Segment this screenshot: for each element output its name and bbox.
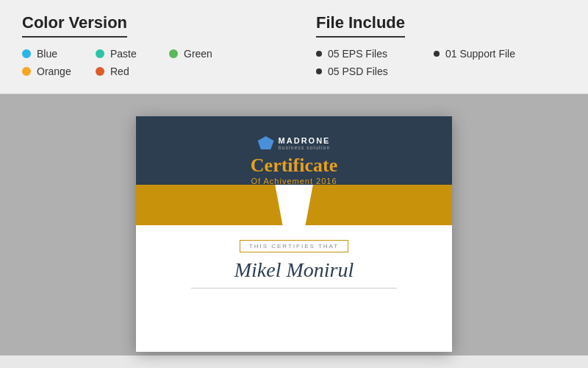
color-grid: Blue Paste Green Orange Red <box>22 48 272 77</box>
color-label-red: Red <box>110 66 129 77</box>
color-item-paste: Paste <box>96 48 169 60</box>
file-item-eps: 05 EPS Files <box>316 48 434 60</box>
bullet-psd <box>316 68 322 74</box>
color-version-title: Color Version <box>22 13 127 38</box>
cert-logo-sub: business solution <box>279 145 331 150</box>
color-label-paste: Paste <box>110 48 137 60</box>
color-label-blue: Blue <box>37 48 57 60</box>
certificate-wrapper: MADRONE business solution Certificate Of… <box>136 116 452 352</box>
color-item-orange: Orange <box>22 66 96 77</box>
top-panel: Color Version Blue Paste Green Orange Re… <box>0 0 588 94</box>
color-version-section: Color Version Blue Paste Green Orange Re… <box>22 13 272 77</box>
file-item-psd: 05 PSD Files <box>316 66 434 77</box>
madrone-icon <box>258 136 274 149</box>
orange-dot <box>22 67 31 76</box>
red-dot <box>96 67 104 76</box>
preview-area: MADRONE business solution Certificate Of… <box>0 94 588 355</box>
color-label-orange: Orange <box>37 66 71 77</box>
color-item-blue: Blue <box>22 48 96 60</box>
file-include-section: File Include 05 EPS Files 01 Support Fil… <box>316 13 566 77</box>
cert-certifies-label: THIS CERTIFIES THAT <box>240 240 348 252</box>
bullet-support <box>434 51 440 57</box>
file-label-support: 01 Support File <box>445 48 515 60</box>
files-grid: 05 EPS Files 01 Support File 05 PSD File… <box>316 48 566 77</box>
file-include-title: File Include <box>316 13 405 38</box>
color-item-green: Green <box>169 48 243 60</box>
cert-name: Mikel Monirul <box>165 258 423 282</box>
cert-divider <box>191 288 397 289</box>
cert-subtitle: Of Achivement 2016 <box>251 177 337 185</box>
bullet-eps <box>316 51 322 57</box>
blue-dot <box>22 49 31 58</box>
green-dot <box>169 49 178 58</box>
color-item-red: Red <box>96 66 169 77</box>
cert-logo-text: MADRONE <box>279 136 331 145</box>
file-label-psd: 05 PSD Files <box>328 66 388 77</box>
cert-header: MADRONE business solution Certificate Of… <box>136 116 452 205</box>
color-label-green: Green <box>184 48 212 60</box>
cert-title: Certificate <box>251 155 337 177</box>
file-item-support: 01 Support File <box>434 48 551 60</box>
file-label-eps: 05 EPS Files <box>328 48 387 60</box>
cert-logo: MADRONE business solution <box>258 136 331 150</box>
paste-dot <box>96 49 104 58</box>
